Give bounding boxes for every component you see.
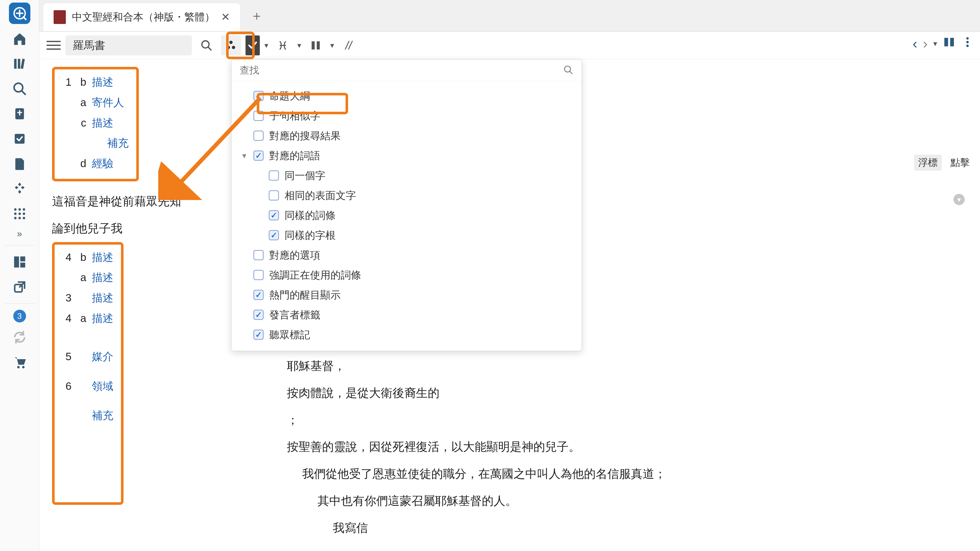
tab-close-icon[interactable]: ✕	[221, 11, 230, 23]
segment-click[interactable]: 點擊	[950, 156, 970, 169]
outline-term[interactable]: 描述	[92, 113, 113, 133]
option-label: 對應的詞語	[269, 149, 320, 163]
app-logo-icon[interactable]	[9, 3, 30, 24]
popup-search-row	[231, 59, 582, 81]
inline-checkbox-caret[interactable]: ▾	[264, 41, 268, 50]
checkbox[interactable]	[253, 290, 264, 300]
formatting-button[interactable]: //	[339, 35, 359, 56]
resource-tab[interactable]: 中文聖經和合本（神版・繁體） ✕	[43, 3, 240, 31]
panel-menu-icon[interactable]	[46, 38, 61, 52]
panel-kebab-icon[interactable]	[961, 35, 974, 52]
interlinear-button[interactable]	[273, 35, 293, 56]
svg-point-22	[22, 366, 24, 368]
popup-option[interactable]: ▾對應的詞語	[241, 146, 573, 165]
verse-line: 耶穌基督，	[287, 353, 959, 380]
checkbox[interactable]	[253, 250, 264, 260]
popup-option[interactable]: 同樣的詞條	[241, 205, 573, 225]
outline-term[interactable]: 領域	[92, 376, 113, 396]
checkbox[interactable]	[269, 170, 279, 181]
checkbox[interactable]	[253, 310, 264, 320]
svg-point-5	[14, 83, 23, 92]
nav-next-icon[interactable]: ›	[923, 35, 928, 52]
checkbox[interactable]	[269, 230, 279, 240]
svg-point-25	[227, 46, 230, 49]
option-label: 熱門的醒目顯示	[269, 288, 341, 302]
outline-term[interactable]: 描述	[92, 267, 113, 288]
columns-button[interactable]	[306, 35, 326, 56]
columns-caret[interactable]: ▾	[330, 41, 334, 50]
location-input[interactable]	[65, 35, 192, 56]
checkbox[interactable]	[253, 130, 264, 141]
popup-option[interactable]: 命題大綱	[241, 86, 573, 106]
inline-checkbox-button[interactable]	[245, 35, 260, 56]
popup-option[interactable]: 同樣的字根	[241, 225, 573, 245]
checkbox[interactable]	[269, 190, 279, 200]
popup-option[interactable]: 相同的表面文字	[241, 186, 573, 205]
svg-point-13	[23, 213, 25, 215]
visual-filters-button[interactable]	[221, 35, 241, 56]
outline-term[interactable]: 描述	[92, 72, 113, 92]
export-icon[interactable]	[10, 277, 30, 297]
search-icon[interactable]	[10, 79, 30, 99]
document-icon[interactable]	[10, 154, 30, 174]
checkbox[interactable]	[253, 151, 264, 161]
outline-term[interactable]: 補充	[107, 133, 129, 153]
interlinear-caret[interactable]: ▾	[298, 41, 301, 50]
nav-caret[interactable]: ▾	[933, 39, 937, 48]
svg-rect-2	[14, 59, 17, 69]
outline-term[interactable]: 描述	[92, 288, 113, 308]
popup-option[interactable]: 對應的搜尋結果	[241, 126, 573, 146]
checkbox[interactable]	[253, 91, 264, 101]
nav-prev-icon[interactable]: ‹	[913, 35, 918, 52]
option-label: 命題大綱	[269, 89, 310, 103]
popup-option[interactable]: 熱門的醒目顯示	[241, 285, 573, 305]
outline-term[interactable]: 描述	[92, 308, 113, 329]
svg-point-9	[18, 208, 21, 211]
outline-term[interactable]: 經驗	[92, 153, 113, 174]
option-label: 發言者標籤	[269, 308, 320, 322]
option-label: 同一個字	[285, 168, 325, 183]
parallel-pane-icon[interactable]	[943, 35, 956, 52]
sync-icon[interactable]	[10, 327, 30, 348]
outline-term[interactable]: 描述	[92, 247, 113, 268]
checkbox[interactable]	[253, 330, 264, 340]
svg-point-14	[14, 217, 17, 219]
svg-rect-29	[944, 38, 948, 46]
checkbox[interactable]	[253, 111, 264, 121]
segment-hover[interactable]: 浮標	[914, 155, 942, 171]
layouts-icon[interactable]	[10, 252, 30, 272]
outline-row: 4a描述	[62, 308, 113, 329]
svg-rect-27	[312, 41, 315, 49]
popup-option[interactable]: 同一個字	[241, 165, 573, 186]
popup-search-input[interactable]	[240, 65, 560, 76]
expand-caret-icon[interactable]: ▾	[241, 151, 248, 160]
popup-option[interactable]: 對應的選項	[241, 245, 573, 265]
popup-search-icon[interactable]	[563, 65, 573, 76]
search-in-resource-icon[interactable]	[197, 35, 216, 56]
verse-block-2: 耶穌基督，按肉體說，是從大衛後裔生的；按聖善的靈說，因從死裡復活，以大能顯明是神…	[287, 353, 959, 541]
popup-option[interactable]: 聽眾標記	[241, 325, 573, 345]
cart-icon[interactable]	[10, 352, 30, 372]
expand-sidebar-icon[interactable]: »	[17, 229, 22, 239]
tools-grid-icon[interactable]	[10, 203, 30, 224]
option-label: 強調正在使用的詞條	[269, 268, 361, 282]
outline-term[interactable]: 媒介	[92, 346, 113, 367]
outline-term[interactable]: 寄件人	[92, 92, 124, 113]
notifications-badge[interactable]: 3	[13, 310, 26, 322]
option-label: 聽眾標記	[269, 328, 310, 342]
checkbox[interactable]	[253, 270, 264, 280]
popup-option[interactable]: 子句相似字	[241, 106, 573, 126]
checkbox[interactable]	[269, 210, 279, 221]
home-icon[interactable]	[10, 29, 30, 49]
svg-point-11	[14, 213, 17, 215]
library-icon[interactable]	[10, 54, 30, 74]
popup-option[interactable]: 發言者標籤	[241, 305, 573, 325]
guide-icon[interactable]	[10, 179, 30, 199]
reading-plan-icon[interactable]	[10, 129, 30, 149]
popup-option[interactable]: 強調正在使用的詞條	[241, 265, 573, 285]
popup-more-icon[interactable]: ▾	[943, 194, 965, 205]
bible-icon[interactable]	[10, 103, 30, 124]
outline-term[interactable]: 補充	[92, 405, 113, 426]
svg-rect-30	[950, 38, 954, 46]
add-tab-icon[interactable]: ＋	[250, 7, 263, 24]
